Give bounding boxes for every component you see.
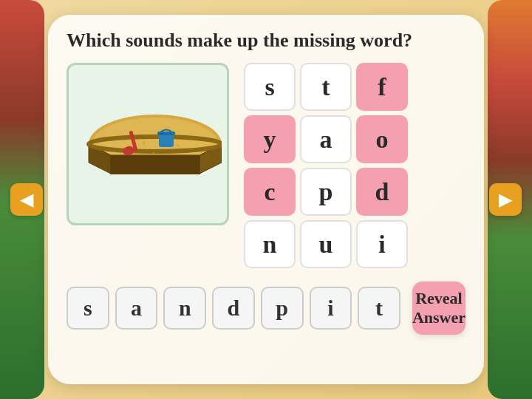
answer-letter-6[interactable]: i <box>310 287 352 330</box>
grid-cell-y[interactable]: y <box>244 115 296 163</box>
grid-cell-u[interactable]: u <box>300 220 352 268</box>
grid-cell-d[interactable]: d <box>356 168 408 216</box>
svg-point-9 <box>153 152 155 154</box>
answer-letter-3[interactable]: n <box>163 287 206 330</box>
answer-letter-2[interactable]: a <box>115 287 158 330</box>
letter-grid: s t f y a o c p d n u i <box>244 63 408 268</box>
grid-cell-n[interactable]: n <box>244 220 296 268</box>
reveal-answer-button[interactable]: Reveal Answer <box>412 282 466 335</box>
grid-cell-o[interactable]: o <box>356 115 408 163</box>
answer-letter-4[interactable]: d <box>212 287 255 330</box>
svg-point-7 <box>143 141 146 144</box>
grid-cell-f[interactable]: f <box>356 63 408 111</box>
grid-cell-p[interactable]: p <box>300 168 352 216</box>
grid-cell-s[interactable]: s <box>244 63 296 111</box>
grid-cell-t[interactable]: t <box>300 63 352 111</box>
grid-cell-a[interactable]: a <box>300 115 352 163</box>
prev-button[interactable]: ◀ <box>10 183 43 216</box>
image-box <box>66 63 229 225</box>
answer-letter-5[interactable]: p <box>261 287 304 330</box>
bottom-row: s a n d p i t Reveal Answer <box>66 282 466 335</box>
main-card: Which sounds make up the missing word? <box>48 15 484 384</box>
grid-cell-i[interactable]: i <box>356 220 408 268</box>
svg-rect-6 <box>157 132 175 135</box>
answer-letter-1[interactable]: s <box>66 287 109 330</box>
answer-letter-7[interactable]: t <box>358 287 400 330</box>
next-button[interactable]: ▶ <box>489 183 522 216</box>
svg-rect-5 <box>159 134 174 147</box>
svg-point-8 <box>176 144 179 147</box>
grid-cell-c[interactable]: c <box>244 168 296 216</box>
question-text: Which sounds make up the missing word? <box>66 30 466 52</box>
content-area: s t f y a o c p d n u i <box>66 63 466 268</box>
sandpit-illustration <box>74 78 222 211</box>
